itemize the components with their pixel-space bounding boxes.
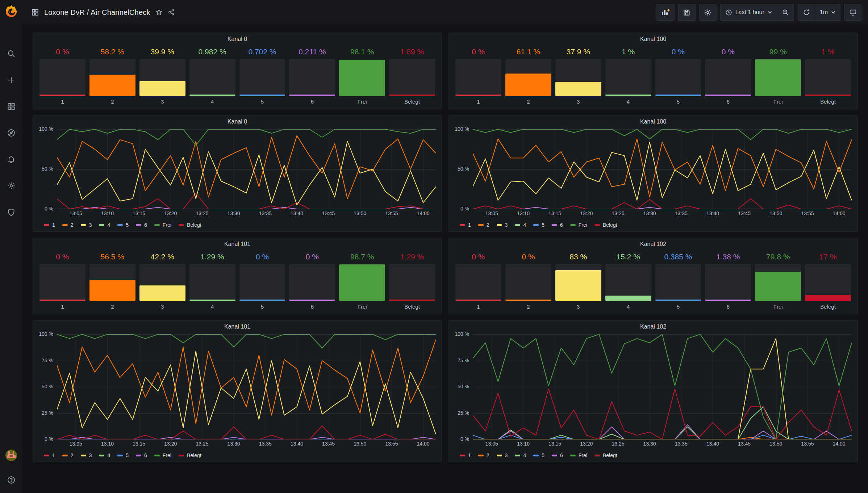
dashboards-icon[interactable] bbox=[7, 102, 16, 111]
legend-item[interactable]: 3 bbox=[81, 452, 92, 458]
legend-item[interactable]: 4 bbox=[99, 222, 110, 228]
legend-item[interactable]: 5 bbox=[533, 222, 544, 228]
x-axis: 13:0513:1013:1513:2013:2513:3013:3513:40… bbox=[57, 441, 436, 450]
legend-item[interactable]: 2 bbox=[62, 222, 74, 228]
y-axis: 100 %75 %50 %25 %0 % bbox=[449, 334, 473, 439]
legend-label: 2 bbox=[487, 452, 489, 458]
explore-compass-icon[interactable] bbox=[7, 129, 16, 137]
panel-title[interactable]: Kanal 0 bbox=[33, 116, 442, 128]
add-panel-button[interactable] bbox=[656, 4, 675, 21]
legend-item[interactable]: 3 bbox=[497, 222, 508, 228]
y-tick-label: 50 % bbox=[458, 166, 469, 172]
x-tick-label: 14:00 bbox=[417, 210, 430, 216]
legend-item[interactable]: Frei bbox=[570, 452, 587, 458]
legend-item[interactable]: 6 bbox=[136, 222, 147, 228]
legend-item[interactable]: Frei bbox=[154, 222, 171, 228]
y-axis: 100 %50 %0 % bbox=[449, 129, 473, 209]
bar-label: 4 bbox=[189, 301, 235, 310]
x-tick-label: 14:00 bbox=[833, 210, 846, 216]
x-tick-label: 13:55 bbox=[801, 441, 814, 447]
chart-area[interactable] bbox=[57, 334, 436, 439]
save-dashboard-button[interactable] bbox=[678, 4, 696, 21]
chart-area[interactable] bbox=[473, 334, 852, 439]
legend-item[interactable]: 3 bbox=[81, 222, 92, 228]
user-avatar[interactable] bbox=[5, 450, 17, 461]
bar-fill bbox=[455, 95, 501, 96]
legend-swatch bbox=[515, 224, 520, 226]
bar-cell: 1.29 %4 bbox=[189, 251, 235, 310]
bar-track bbox=[555, 59, 601, 96]
legend-label: 5 bbox=[126, 222, 129, 228]
bar-track bbox=[39, 264, 85, 301]
legend-label: Belegt bbox=[603, 452, 617, 458]
legend-item[interactable]: Belegt bbox=[179, 222, 201, 228]
legend-item[interactable]: Frei bbox=[570, 222, 587, 228]
bar-cell: 98.7 %Frei bbox=[339, 251, 385, 310]
legend-item[interactable]: 5 bbox=[533, 452, 544, 458]
y-axis: 100 %50 %0 % bbox=[33, 129, 57, 209]
kiosk-mode-button[interactable] bbox=[844, 4, 861, 21]
alerting-bell-icon[interactable] bbox=[7, 155, 16, 164]
legend-item[interactable]: 4 bbox=[515, 222, 526, 228]
star-icon[interactable] bbox=[155, 9, 163, 16]
legend-item[interactable]: Belegt bbox=[594, 222, 617, 228]
legend-item[interactable]: 3 bbox=[497, 452, 508, 458]
legend-item[interactable]: 1 bbox=[460, 222, 471, 228]
create-plus-icon[interactable] bbox=[7, 76, 16, 84]
legend-item[interactable]: 6 bbox=[552, 452, 563, 458]
legend-item[interactable]: 1 bbox=[44, 222, 55, 228]
legend-item[interactable]: 2 bbox=[62, 452, 74, 458]
legend-item[interactable]: 2 bbox=[478, 452, 489, 458]
bar-track bbox=[805, 59, 851, 96]
legend-item[interactable]: Frei bbox=[154, 452, 171, 458]
refresh-interval-picker[interactable]: 1m bbox=[815, 4, 840, 20]
breadcrumb[interactable]: Loxone DvR / Air ChannelCheck bbox=[44, 8, 150, 17]
bar-track bbox=[455, 59, 501, 96]
legend-item[interactable]: Belegt bbox=[179, 452, 201, 458]
panel-title[interactable]: Kanal 101 bbox=[33, 321, 442, 333]
panel-title[interactable]: Kanal 100 bbox=[449, 116, 857, 128]
chart-area[interactable] bbox=[473, 129, 852, 209]
search-icon[interactable] bbox=[7, 49, 16, 58]
legend-item[interactable]: Belegt bbox=[594, 452, 617, 458]
y-tick-label: 25 % bbox=[458, 410, 469, 416]
legend-item[interactable]: 5 bbox=[117, 222, 129, 228]
dashboard-settings-button[interactable] bbox=[699, 4, 717, 21]
panel-title[interactable]: Kanal 101 bbox=[33, 238, 442, 250]
share-icon[interactable] bbox=[168, 9, 175, 16]
bar-value: 0 % bbox=[455, 251, 501, 264]
help-icon[interactable] bbox=[7, 476, 16, 484]
legend-item[interactable]: 6 bbox=[552, 222, 563, 228]
zoom-out-button[interactable] bbox=[777, 4, 794, 20]
bar-track bbox=[339, 264, 385, 301]
bar-value: 0 % bbox=[289, 251, 335, 264]
x-tick-label: 13:15 bbox=[133, 441, 145, 447]
legend-item[interactable]: 5 bbox=[117, 452, 129, 458]
bar-value: 98.7 % bbox=[339, 251, 385, 264]
grafana-logo[interactable] bbox=[0, 0, 22, 23]
legend-item[interactable]: 4 bbox=[99, 452, 110, 458]
legend-item[interactable]: 1 bbox=[460, 452, 471, 458]
legend-item[interactable]: 2 bbox=[478, 222, 489, 228]
bar-fill bbox=[89, 280, 135, 301]
legend-label: 6 bbox=[560, 222, 563, 228]
legend-item[interactable]: 4 bbox=[515, 452, 526, 458]
bar-fill bbox=[389, 300, 435, 301]
configuration-gear-icon[interactable] bbox=[7, 181, 16, 190]
panel-title[interactable]: Kanal 102 bbox=[449, 238, 857, 250]
bar-track bbox=[189, 264, 235, 301]
bar-fill bbox=[755, 59, 801, 96]
bar-value: 58.2 % bbox=[89, 46, 135, 59]
bar-fill bbox=[705, 300, 751, 301]
x-tick-label: 13:20 bbox=[164, 441, 177, 447]
legend-item[interactable]: 1 bbox=[44, 452, 55, 458]
legend-item[interactable]: 6 bbox=[136, 452, 147, 458]
panel-title[interactable]: Kanal 102 bbox=[449, 321, 857, 333]
chart-area[interactable] bbox=[57, 129, 436, 209]
time-range-picker[interactable]: Last 1 hour bbox=[721, 4, 777, 20]
refresh-button[interactable] bbox=[798, 4, 815, 20]
admin-shield-icon[interactable] bbox=[7, 208, 16, 217]
legend-label: 4 bbox=[523, 222, 526, 228]
panel-title[interactable]: Kanal 100 bbox=[449, 33, 857, 45]
panel-title[interactable]: Kanal 0 bbox=[33, 33, 442, 45]
